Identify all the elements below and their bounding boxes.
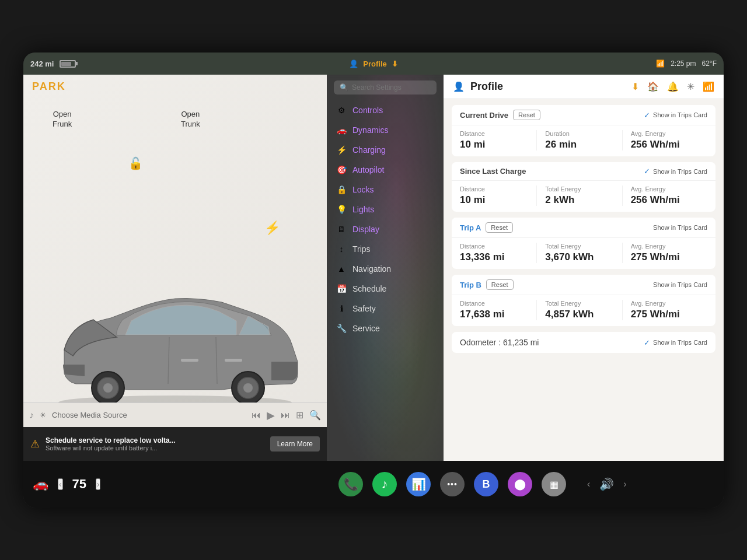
schedule-icon: 📅 xyxy=(336,284,347,293)
nav-item-schedule[interactable]: 📅 Schedule xyxy=(327,279,444,299)
trip-a-reset-button[interactable]: Reset xyxy=(486,222,513,233)
alert-icon: ⚠ xyxy=(30,438,40,450)
nav-item-service[interactable]: 🔧 Service xyxy=(327,318,444,338)
trip-a-header: Trip A Reset Show in Trips Card xyxy=(452,218,715,238)
since-last-charge-header: Since Last Charge ✓ Show in Trips Card xyxy=(452,162,715,181)
trip-a-title: Trip A xyxy=(460,223,481,232)
search-input-wrap[interactable]: 🔍 xyxy=(334,80,437,94)
trip-b-title: Trip B xyxy=(460,281,481,289)
temp-value: 75 xyxy=(68,477,91,492)
trip-b-avg-energy-label: Avg. Energy xyxy=(631,300,707,307)
temp-decrease-button[interactable]: ‹ xyxy=(58,478,63,490)
status-profile-label: Profile xyxy=(363,60,386,68)
more-apps-button[interactable]: ••• xyxy=(440,472,465,496)
prev-track-button[interactable]: ⏮ xyxy=(252,410,261,421)
nav-item-locks[interactable]: 🔒 Locks xyxy=(327,180,444,200)
forward-nav-button[interactable]: › xyxy=(623,479,626,489)
spotify-app-button[interactable]: ♪ xyxy=(372,472,397,496)
current-drive-distance-value: 10 mi xyxy=(460,139,536,150)
media-bar: ♪ ✳ Choose Media Source ⏮ ▶ ⏭ ⊞ 🔍 xyxy=(23,402,327,427)
trip-a-distance-value: 13,336 mi xyxy=(460,251,536,263)
since-last-charge-checkmark: ✓ xyxy=(644,167,650,176)
trip-b-reset-button[interactable]: Reset xyxy=(486,279,514,290)
svg-point-3 xyxy=(103,383,113,393)
nav-label-schedule: Schedule xyxy=(352,284,386,293)
odometer-text: Odometer : 61,235 mi xyxy=(460,338,539,347)
car-image xyxy=(35,262,315,426)
bluetooth-app-button[interactable]: B xyxy=(474,472,498,496)
odometer-row: Odometer : 61,235 mi ✓ Show in Trips Car… xyxy=(452,332,715,353)
nav-item-controls[interactable]: ⚙ Controls xyxy=(327,100,444,120)
home-header-icon[interactable]: 🏠 xyxy=(647,81,659,92)
nav-item-navigation[interactable]: ▲ Navigation xyxy=(327,259,444,279)
signal-app-button[interactable]: 📊 xyxy=(406,472,431,496)
trip-a-show-trips[interactable]: Show in Trips Card xyxy=(653,224,707,231)
camera-app-button[interactable]: ⬤ xyxy=(508,472,532,496)
since-last-charge-show-trips[interactable]: ✓ Show in Trips Card xyxy=(644,167,707,176)
time-display: 2:25 pm xyxy=(671,60,696,68)
left-panel: PARK Open Frunk 🔓 Open Trunk ⚡ xyxy=(23,75,327,461)
volume-icon[interactable]: 🔊 xyxy=(599,477,614,491)
trip-b-energy-label: Total Energy xyxy=(545,300,622,307)
navigation-icon: ▲ xyxy=(336,264,347,274)
trip-a-section: Trip A Reset Show in Trips Card Distance… xyxy=(452,218,715,269)
download-header-icon[interactable]: ⬇ xyxy=(631,81,639,92)
signal-header-icon[interactable]: 📶 xyxy=(703,81,714,92)
car-taskbar-icon[interactable]: 🚗 xyxy=(33,477,48,492)
bluetooth-header-icon[interactable]: ✳ xyxy=(687,81,694,92)
trip-a-avg-energy: Avg. Energy 275 Wh/mi xyxy=(622,243,707,263)
current-drive-distance-label: Distance xyxy=(460,130,536,137)
play-button[interactable]: ▶ xyxy=(267,409,275,422)
charging-icon: ⚡ xyxy=(264,220,280,236)
open-frunk-label2: Frunk xyxy=(53,120,72,130)
slc-energy-label: Total Energy xyxy=(545,186,622,192)
odometer-show-trips[interactable]: ✓ Show in Trips Card xyxy=(644,338,707,347)
nav-label-trips: Trips xyxy=(352,244,371,254)
trip-a-trips-label: Show in Trips Card xyxy=(653,224,707,231)
temp-display: 62°F xyxy=(702,60,717,68)
temp-increase-button[interactable]: › xyxy=(96,478,101,490)
next-track-button[interactable]: ⏭ xyxy=(281,410,290,421)
nav-label-controls: Controls xyxy=(352,106,383,115)
learn-more-button[interactable]: Learn More xyxy=(270,436,320,452)
nav-item-trips[interactable]: ↕ Trips xyxy=(327,239,444,259)
search-media-button[interactable]: 🔍 xyxy=(309,410,321,421)
open-trunk-label: Open xyxy=(181,110,200,120)
trip-a-distance: Distance 13,336 mi xyxy=(460,243,536,263)
search-input[interactable] xyxy=(352,83,431,92)
nav-item-lights[interactable]: 💡 Lights xyxy=(327,200,444,219)
open-trunk-button[interactable]: Open Trunk xyxy=(181,110,200,130)
phone-app-button[interactable]: 📞 xyxy=(338,472,363,496)
slc-energy: Total Energy 2 kWh xyxy=(536,186,622,206)
bell-header-icon[interactable]: 🔔 xyxy=(667,81,679,92)
nav-item-dynamics[interactable]: 🚗 Dynamics xyxy=(327,120,444,140)
nav-label-lights: Lights xyxy=(352,205,374,214)
download-icon: ⬇ xyxy=(392,60,398,68)
profile-title: Profile xyxy=(470,80,626,93)
since-last-charge-title: Since Last Charge xyxy=(460,167,526,176)
open-frunk-button[interactable]: Open Frunk xyxy=(53,110,72,130)
back-nav-button[interactable]: ‹ xyxy=(587,479,590,489)
current-drive-show-trips[interactable]: ✓ Show in Trips Card xyxy=(644,111,707,120)
trip-b-show-trips[interactable]: Show in Trips Card xyxy=(653,281,707,288)
nav-item-safety[interactable]: ℹ Safety xyxy=(327,299,444,318)
trip-b-avg-energy: Avg. Energy 275 Wh/mi xyxy=(622,300,707,320)
nav-item-autopilot[interactable]: 🎯 Autopilot xyxy=(327,160,444,180)
slc-avg-energy: Avg. Energy 256 Wh/mi xyxy=(622,186,707,206)
profile-person-icon: 👤 xyxy=(453,81,465,92)
eq-button[interactable]: ⊞ xyxy=(296,410,303,421)
current-drive-energy: Avg. Energy 256 Wh/mi xyxy=(622,130,707,150)
nav-label-safety: Safety xyxy=(352,304,376,313)
notes-app-button[interactable]: ▦ xyxy=(542,472,566,496)
service-icon: 🔧 xyxy=(336,324,347,333)
status-bar-center: 👤 Profile ⬇ xyxy=(349,60,397,68)
nav-label-autopilot: Autopilot xyxy=(352,165,384,174)
trips-container: Current Drive Reset ✓ Show in Trips Card… xyxy=(444,99,724,365)
trip-b-avg-energy-value: 275 Wh/mi xyxy=(631,309,707,320)
safety-icon: ℹ xyxy=(336,304,347,313)
current-drive-section: Current Drive Reset ✓ Show in Trips Card… xyxy=(452,105,715,156)
current-drive-reset-button[interactable]: Reset xyxy=(513,110,540,120)
since-last-charge-data: Distance 10 mi Total Energy 2 kWh Avg. E… xyxy=(452,181,715,212)
nav-item-charging[interactable]: ⚡ Charging xyxy=(327,140,444,160)
nav-item-display[interactable]: 🖥 Display xyxy=(327,219,444,239)
